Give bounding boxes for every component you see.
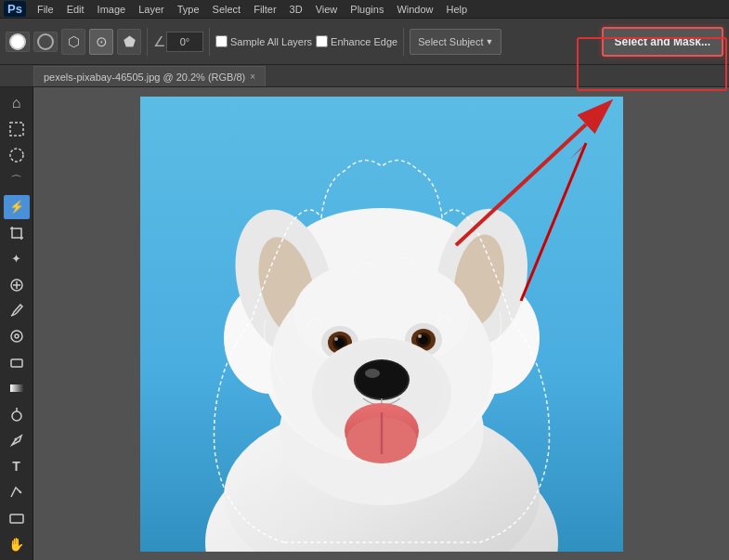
document-tab[interactable]: pexels-pixabay-46505.jpg @ 20.2% (RGB/8)… xyxy=(33,66,266,86)
tool-lasso[interactable]: ⬡ xyxy=(61,29,85,55)
svg-rect-7 xyxy=(11,359,22,367)
pen-icon xyxy=(8,432,25,449)
select-subject-label: Select Subject xyxy=(418,36,483,47)
canvas-area xyxy=(33,87,729,560)
tool-circle-solid[interactable] xyxy=(6,32,30,52)
main-area: ⌂ ⌒ ⚡ ✦ T xyxy=(0,87,729,560)
menu-edit[interactable]: Edit xyxy=(61,2,90,17)
svg-rect-13 xyxy=(10,514,23,523)
tool-eyedropper-side[interactable]: ✦ xyxy=(4,247,30,271)
separator-3 xyxy=(403,28,404,56)
select-subject-button[interactable]: Select Subject ▼ xyxy=(410,29,501,55)
tool-crop-side[interactable] xyxy=(4,221,30,245)
canvas-image xyxy=(140,97,623,552)
tool-pen-side[interactable] xyxy=(4,428,30,452)
tool-dodge-side[interactable] xyxy=(4,402,30,426)
gradient-icon xyxy=(8,380,25,397)
canvas-container xyxy=(140,97,623,552)
dodge-icon xyxy=(8,406,25,423)
angle-icon: ∠ xyxy=(153,33,165,50)
clone-icon xyxy=(8,328,25,345)
tool-gradient-side[interactable] xyxy=(4,376,30,400)
tool-feather[interactable]: ⬟ xyxy=(117,29,141,55)
select-and-mask-label: Select and Mask... xyxy=(615,35,710,48)
toolbar: ⬡ ⊙ ⬟ ∠ Sample All Layers Enhance Edge S… xyxy=(0,19,729,65)
shape-icon xyxy=(8,510,25,527)
select-and-mask-button[interactable]: Select and Mask... xyxy=(602,27,723,57)
marquee-icon xyxy=(8,121,25,137)
svg-point-5 xyxy=(11,331,22,342)
sample-all-layers-label[interactable]: Sample All Layers xyxy=(215,35,312,47)
enhance-edge-text: Enhance Edge xyxy=(331,36,397,47)
eraser-icon xyxy=(8,354,25,371)
tab-bar: pexels-pixabay-46505.jpg @ 20.2% (RGB/8)… xyxy=(0,65,729,87)
circle-outline-icon xyxy=(37,33,54,50)
angle-input[interactable] xyxy=(166,32,203,52)
tool-home[interactable]: ⌂ xyxy=(4,91,30,115)
svg-point-44 xyxy=(365,369,380,378)
svg-point-43 xyxy=(356,361,408,398)
ellipse-marquee-icon xyxy=(8,147,25,163)
tool-marquee[interactable] xyxy=(4,117,30,141)
tool-ellipse-marquee[interactable] xyxy=(4,143,30,167)
menu-filter[interactable]: Filter xyxy=(248,2,281,17)
tool-heal-side[interactable] xyxy=(4,273,30,297)
circle-icon xyxy=(9,33,26,50)
tab-close-button[interactable]: × xyxy=(250,72,255,82)
tool-clone-side[interactable] xyxy=(4,324,30,348)
ps-logo: Ps xyxy=(4,1,26,17)
angle-group: ∠ xyxy=(153,32,203,52)
menu-layer[interactable]: Layer xyxy=(133,2,170,17)
menu-view[interactable]: View xyxy=(310,2,344,17)
svg-point-34 xyxy=(334,337,338,341)
enhance-edge-checkbox[interactable] xyxy=(316,35,328,47)
menu-file[interactable]: File xyxy=(32,2,59,17)
tool-eraser-side[interactable] xyxy=(4,350,30,374)
svg-point-6 xyxy=(15,334,19,338)
sample-all-layers-checkbox[interactable] xyxy=(215,35,228,47)
tool-magic-lasso[interactable]: ⊙ xyxy=(89,29,113,55)
tab-filename: pexels-pixabay-46505.jpg @ 20.2% (RGB/8) xyxy=(44,72,245,83)
sidebar: ⌂ ⌒ ⚡ ✦ T xyxy=(0,87,33,560)
menu-bar: Ps File Edit Image Layer Type Select Fil… xyxy=(0,0,729,19)
separator-1 xyxy=(147,28,148,56)
tool-circle-outline[interactable] xyxy=(33,32,58,52)
svg-point-11 xyxy=(14,438,17,441)
crop-icon xyxy=(8,225,25,241)
enhance-edge-label[interactable]: Enhance Edge xyxy=(316,35,397,47)
svg-rect-8 xyxy=(10,384,23,392)
tool-text-side[interactable]: T xyxy=(4,454,30,478)
svg-point-9 xyxy=(12,411,21,421)
menu-type[interactable]: Type xyxy=(172,2,205,17)
tool-hand-side[interactable]: ✋ xyxy=(4,532,30,556)
menu-select[interactable]: Select xyxy=(207,2,247,17)
tool-shape-side[interactable] xyxy=(4,506,30,530)
separator-2 xyxy=(209,28,210,56)
menu-image[interactable]: Image xyxy=(92,2,132,17)
svg-point-39 xyxy=(418,334,422,338)
sample-all-layers-text: Sample All Layers xyxy=(230,36,312,47)
menu-3d[interactable]: 3D xyxy=(284,2,308,17)
heal-icon xyxy=(8,277,25,293)
tool-polygonal-lasso[interactable]: ⚡ xyxy=(4,195,30,219)
tool-lasso-side[interactable]: ⌒ xyxy=(4,169,30,193)
path-select-icon xyxy=(8,484,25,501)
tool-brush-side[interactable] xyxy=(4,299,30,323)
svg-point-1 xyxy=(10,149,23,162)
dropdown-arrow-icon: ▼ xyxy=(486,37,494,46)
menu-window[interactable]: Window xyxy=(391,2,438,17)
menu-help[interactable]: Help xyxy=(441,2,474,17)
tool-path-side[interactable] xyxy=(4,480,30,504)
menu-plugins[interactable]: Plugins xyxy=(345,2,389,17)
svg-rect-0 xyxy=(10,123,23,136)
brush-icon xyxy=(8,302,25,319)
